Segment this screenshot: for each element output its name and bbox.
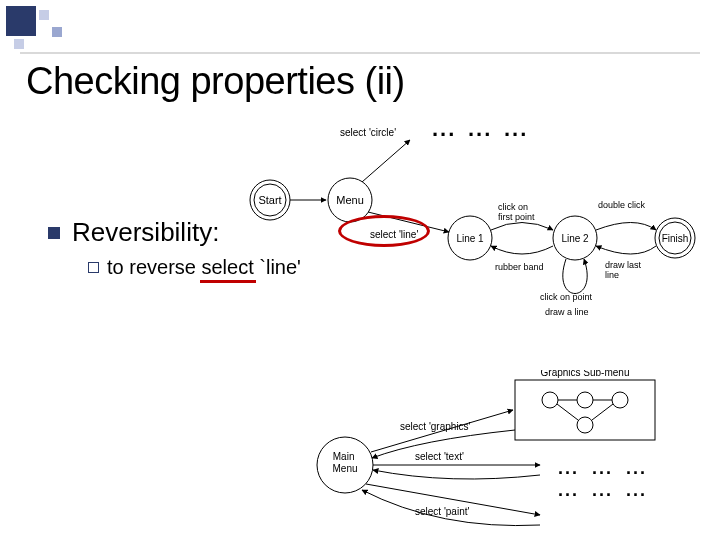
deco-square-large — [6, 6, 36, 36]
edge-select-paint: select 'paint' — [415, 506, 469, 517]
edge-draw-line: draw a line — [545, 307, 589, 317]
node-main-menu: Main Menu — [332, 451, 357, 474]
bullet-icon — [48, 227, 60, 239]
svg-line-8 — [362, 140, 410, 182]
ellipsis: ... — [626, 480, 647, 501]
ellipsis: ... — [592, 458, 613, 479]
node-menu: Menu — [336, 194, 364, 206]
horizontal-rule — [20, 52, 700, 54]
ellipsis: ... — [592, 480, 613, 501]
subbullet-icon — [88, 262, 99, 273]
red-highlight-oval — [338, 215, 430, 247]
ellipsis: ... — [432, 116, 456, 142]
submenu-title: Graphics Sub-menu — [541, 370, 630, 378]
deco-square-small — [52, 27, 62, 37]
diagram-bottom: Main Menu Graphics Sub-menu select 'grap… — [300, 370, 710, 540]
edge-click-point: click on point — [540, 292, 593, 302]
svg-point-12 — [542, 392, 558, 408]
node-line1: Line 1 — [456, 233, 484, 244]
ellipsis: ... — [626, 458, 647, 479]
bullet-reversibility: Reversibility: — [48, 217, 219, 248]
node-start: Start — [258, 194, 281, 206]
edge-select-circle: select 'circle' — [340, 127, 396, 138]
svg-point-13 — [577, 392, 593, 408]
bullet-text: Reversibility: — [72, 217, 219, 248]
ellipsis: ... — [468, 116, 492, 142]
edge-select-graphics: select 'graphics' — [400, 421, 471, 432]
edge-double-click: double click — [598, 200, 646, 210]
edge-rubber-band: rubber band — [495, 262, 544, 272]
svg-line-16 — [557, 404, 578, 420]
ellipsis: ... — [504, 116, 528, 142]
ellipsis: ... — [558, 480, 579, 501]
svg-point-15 — [577, 417, 593, 433]
node-line2: Line 2 — [561, 233, 589, 244]
deco-square-small — [39, 10, 49, 20]
deco-square-small — [14, 39, 24, 49]
svg-line-17 — [592, 404, 613, 420]
edge-select-text: select 'text' — [415, 451, 464, 462]
svg-point-14 — [612, 392, 628, 408]
edge-click-first: click on first point — [498, 202, 535, 222]
edge-draw-last: draw last line — [605, 260, 644, 280]
slide-title: Checking properties (ii) — [26, 60, 405, 103]
ellipsis: ... — [558, 458, 579, 479]
node-finish: Finish — [662, 233, 689, 244]
svg-rect-11 — [515, 380, 655, 440]
